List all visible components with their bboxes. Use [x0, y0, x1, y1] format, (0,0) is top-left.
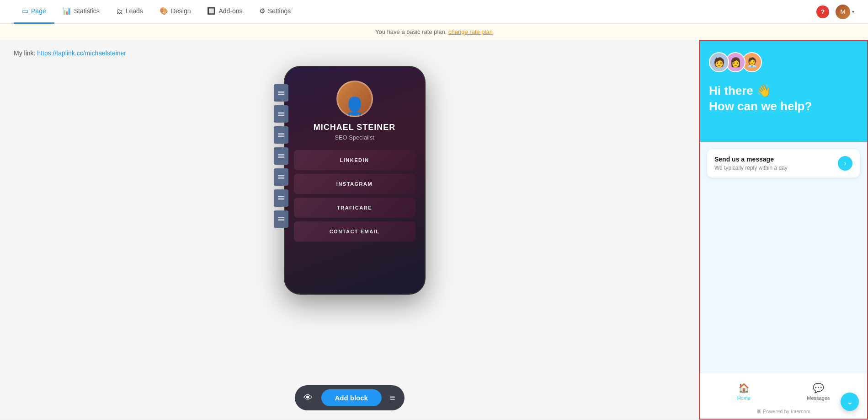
intercom-logo-icon: ▣ [756, 408, 761, 414]
nav-item-statistics[interactable]: 📊 Statistics [54, 0, 108, 24]
block-handle-4[interactable] [274, 147, 288, 165]
preview-button[interactable]: 👁 [300, 389, 316, 407]
leads-icon: 🗂 [116, 7, 123, 15]
phone-buttons: LINKEDIN INSTAGRAM TRAFICARE CONTACT EMA… [285, 150, 425, 242]
nav-item-design[interactable]: 🎨 Design [151, 0, 199, 24]
intercom-message-card[interactable]: Send us a message We typically reply wit… [707, 149, 860, 178]
intercom-avatars: 🧑 👩 🧑‍💼 [709, 52, 858, 72]
settings-icon: ⚙ [259, 7, 265, 15]
main-content: My link: https://taplink.cc/michaelstein… [0, 40, 868, 420]
my-link-label: My link: [14, 49, 35, 57]
block-handle-5[interactable] [274, 168, 288, 186]
block-handle-2[interactable] [274, 105, 288, 123]
intercom-header: 🧑 👩 🧑‍💼 Hi there 👋 How can we help? [700, 41, 867, 142]
block-handle-1[interactable] [274, 84, 288, 102]
home-tab-label: Home [737, 395, 751, 401]
addons-icon: 🔲 [207, 7, 216, 15]
messages-icon: 💬 [813, 382, 824, 393]
intercom-tabs: 🏠 Home 💬 Messages [709, 380, 858, 404]
nav-label-page: Page [31, 7, 46, 15]
my-link-url[interactable]: https://taplink.cc/michaelsteiner [37, 49, 126, 57]
ic-message-subtitle: We typically reply within a day [714, 165, 788, 171]
ic-message-text: Send us a message We typically reply wit… [714, 156, 788, 171]
nav-label-addons: Add-ons [218, 7, 242, 15]
nav-item-settings[interactable]: ⚙ Settings [251, 0, 299, 24]
phone-btn-traficare[interactable]: TRAFICARE [294, 198, 415, 218]
phone-btn-instagram[interactable]: INSTAGRAM [294, 174, 415, 194]
phone-wrapper: MICHAEL STEINER SEO Specialist LINKEDIN … [14, 66, 685, 295]
profile-name: MICHAEL STEINER [314, 123, 396, 132]
phone-profile: MICHAEL STEINER SEO Specialist [285, 67, 425, 150]
add-block-button[interactable]: Add block [321, 389, 382, 406]
my-link: My link: https://taplink.cc/michaelstein… [14, 49, 685, 57]
messages-tab-label: Messages [807, 395, 830, 401]
nav-label-leads: Leads [126, 7, 143, 15]
intercom-greeting: Hi there 👋 How can we help? [709, 83, 858, 114]
avatar: M [836, 5, 850, 19]
intercom-tab-messages[interactable]: 💬 Messages [798, 380, 839, 404]
ic-send-button[interactable]: › [838, 156, 852, 171]
nav-label-design: Design [171, 7, 191, 15]
nav-items: ▭ Page 📊 Statistics 🗂 Leads 🎨 Design 🔲 A… [14, 0, 299, 24]
toolbar-settings-button[interactable]: ≡ [386, 389, 399, 407]
bottom-toolbar: 👁 Add block ≡ [294, 385, 404, 410]
greeting-line1: Hi there 👋 [709, 83, 858, 99]
phone-mockup: MICHAEL STEINER SEO Specialist LINKEDIN … [284, 66, 426, 295]
nav-label-settings: Settings [268, 7, 291, 15]
statistics-icon: 📊 [63, 7, 71, 15]
page-area: My link: https://taplink.cc/michaelstein… [0, 40, 699, 420]
nav-item-addons[interactable]: 🔲 Add-ons [199, 0, 250, 24]
page-icon: ▭ [22, 7, 28, 15]
ic-avatar-1: 🧑 [709, 52, 729, 72]
intercom-tab-home[interactable]: 🏠 Home [728, 380, 760, 404]
nav-label-statistics: Statistics [74, 7, 100, 15]
powered-by-text: Powered by Intercom [763, 409, 810, 414]
nav-item-leads[interactable]: 🗂 Leads [108, 0, 151, 24]
design-icon: 🎨 [160, 7, 168, 15]
intercom-panel: 🧑 👩 🧑‍💼 Hi there 👋 How can we help? Send… [699, 40, 868, 420]
user-avatar-wrapper[interactable]: M ▾ [836, 5, 854, 19]
intercom-body: Send us a message We typically reply wit… [700, 142, 867, 373]
block-handles [274, 84, 288, 228]
block-handle-7[interactable] [274, 210, 288, 228]
greeting-line2: How can we help? [709, 99, 858, 114]
nav-item-page[interactable]: ▭ Page [14, 0, 54, 24]
change-rate-plan-link[interactable]: change rate plan [448, 28, 493, 35]
profile-title: SEO Specialist [335, 134, 374, 141]
top-navigation: ▭ Page 📊 Statistics 🗂 Leads 🎨 Design 🔲 A… [0, 0, 868, 24]
nav-right: ? M ▾ [816, 5, 854, 19]
ic-message-title: Send us a message [714, 156, 788, 163]
rate-plan-banner: You have a basic rate plan, change rate … [0, 24, 868, 40]
banner-text: You have a basic rate plan, [375, 28, 447, 35]
profile-avatar [336, 81, 373, 117]
block-handle-6[interactable] [274, 189, 288, 207]
powered-by: ▣ Powered by Intercom [709, 406, 858, 414]
float-down-button[interactable]: ⌄ [841, 393, 859, 411]
home-icon: 🏠 [738, 382, 750, 393]
chevron-down-icon: ▾ [852, 9, 854, 14]
block-handle-3[interactable] [274, 126, 288, 144]
phone-btn-contact-email[interactable]: CONTACT EMAIL [294, 221, 415, 242]
help-icon[interactable]: ? [816, 5, 829, 18]
phone-btn-linkedin[interactable]: LINKEDIN [294, 150, 415, 170]
